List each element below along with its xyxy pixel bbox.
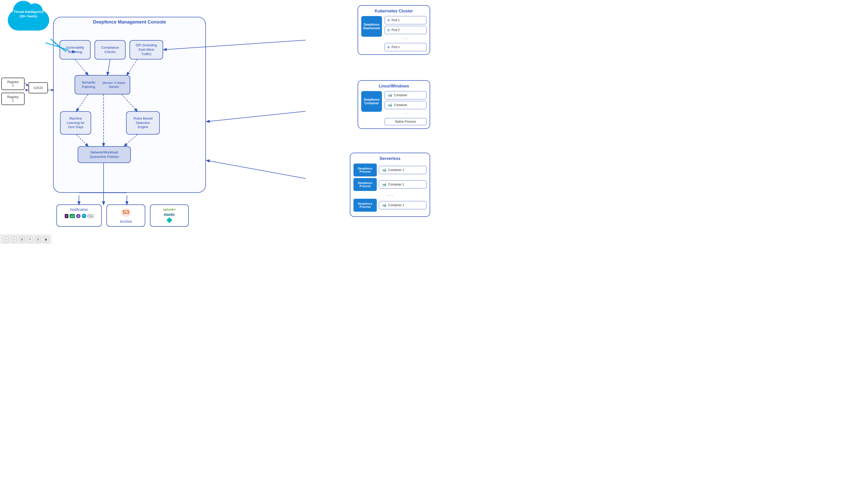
serverless-dots: · · · (353, 193, 427, 198)
native-process-box: Native Process (384, 118, 427, 125)
splunk-label: splunk> (163, 207, 176, 212)
container-list: 🐋 Container 🐋 Container · · · Native Pro… (384, 91, 427, 125)
k8s-pod1-icon: ⎈ (388, 18, 390, 23)
k8s-podn-icon: ⎈ (388, 45, 390, 50)
elastic-label: elastic (164, 213, 175, 217)
console-title: Deepfence Management Console (72, 20, 186, 25)
s3-icon: S3 (121, 207, 131, 218)
elastic-diamond-icon (166, 217, 173, 223)
registry-2: Registry 2 (1, 93, 25, 105)
docker-icon-1: 🐋 (388, 93, 392, 98)
container-2: 🐋 Container (384, 101, 427, 109)
s3-archive-box: S3 Archive (106, 204, 145, 227)
pod-n: ⎈ Pod n (384, 43, 427, 51)
serverless-container-2-label: Container 1 (388, 183, 404, 186)
deepfence-container-btn: DeepfenceContainer (361, 91, 382, 112)
send-icon: ✈ (82, 214, 86, 218)
notification-label: Notification (61, 207, 98, 212)
docker-serverless-icon-3: 🐋 (382, 203, 386, 207)
pod-list: ⎈ Pod 1 ⎈ Pod 2 · · · ⎈ Pod n (384, 16, 427, 51)
svg-line-20 (207, 160, 306, 178)
nav-edit-button[interactable]: ✎ (27, 237, 33, 242)
dpi-box: DPI (IncludingEast-WestTraffic) (129, 40, 163, 60)
deepfence-process-2: DeepfenceProcess (353, 178, 377, 191)
registry-1: Registry 1 (1, 77, 25, 90)
slack-icon: # (65, 214, 68, 218)
pd-icon: pd (70, 214, 75, 218)
threat-intelligence-cloud: Threat Intelligence(50+ feeds) (3, 5, 54, 36)
serverless-container-2: 🐋 Container 1 (379, 181, 427, 189)
nav-back-button[interactable]: < (3, 237, 9, 242)
pod-2: ⎈ Pod 2 (384, 26, 427, 34)
linux-inner: DeepfenceContainer 🐋 Container 🐋 Contain… (361, 91, 427, 125)
docker-icon-2: 🐋 (388, 103, 392, 107)
serverless-container-3: 🐋 Container 1 (379, 201, 427, 209)
pod-1: ⎈ Pod 1 (384, 16, 427, 24)
vulnerability-scanning-box: VulnerabilityScanning (60, 40, 91, 60)
nav-minus-button[interactable]: ⊟ (35, 237, 41, 242)
linux-title: Linux/Windows (361, 84, 427, 89)
serverless-title: Serverless (353, 156, 427, 161)
k8s-pod2-icon: ⎈ (388, 28, 390, 32)
k8s-dots: · · · (384, 36, 427, 41)
archive-label: Archive (120, 220, 132, 224)
a-icon: A (76, 214, 81, 218)
semantic-patching-box: Semantic Patching(Monitor 71 Attack Sign… (74, 75, 130, 94)
container-1: 🐋 Container (384, 91, 427, 99)
nav-screen-button[interactable]: ▣ (43, 237, 49, 242)
serverless-cluster: Serverless DeepfenceProcess 🐋 Container … (350, 153, 430, 217)
docker-serverless-icon-2: 🐋 (382, 182, 386, 187)
serverless-row-2: DeepfenceProcess 🐋 Container 1 (353, 178, 427, 191)
serverless-container-1-label: Container 1 (388, 168, 404, 172)
cloud-label: Threat Intelligence(50+ feeds) (3, 10, 54, 19)
serverless-row-1: DeepfenceProcess 🐋 Container 1 (353, 164, 427, 176)
k8s-title: Kubernetes Cluster (361, 9, 427, 13)
nav-grid-button[interactable]: ⊞ (19, 237, 25, 242)
linux-dots: · · · (384, 111, 427, 117)
notification-icons: # pd A ✈ http (61, 214, 98, 218)
serverless-container-3-label: Container 1 (388, 203, 404, 207)
cicd-box: CI/CD (29, 82, 48, 93)
kubernetes-cluster: Kubernetes Cluster DeepfenceDaemonset ⎈ … (358, 5, 430, 55)
k8s-inner: DeepfenceDaemonset ⎈ Pod 1 ⎈ Pod 2 · · ·… (361, 16, 427, 51)
rules-detection-box: Rules BasedDetectionEngine (126, 111, 160, 135)
linux-windows-cluster: Linux/Windows DeepfenceContainer 🐋 Conta… (358, 80, 430, 129)
notification-box: Notification # pd A ✈ http (57, 204, 102, 227)
splunk-elastic-box: splunk> elastic (150, 204, 189, 227)
deepfence-daemonset: DeepfenceDaemonset (361, 16, 382, 37)
docker-serverless-icon-1: 🐋 (382, 168, 386, 172)
registry-container: Registry 1 Registry 2 (1, 77, 25, 105)
bottom-nav-bar: < > ⊞ ✎ ⊟ ▣ (0, 235, 52, 244)
container-2-label: Container (394, 103, 407, 107)
http-icon: http (88, 214, 93, 218)
notification-section: Notification # pd A ✈ http (57, 204, 189, 227)
svg-text:S3: S3 (122, 209, 129, 215)
container-1-label: Container (394, 93, 407, 97)
serverless-container-1: 🐋 Container 1 (379, 166, 427, 174)
diagram: Threat Intelligence(50+ feeds) Registry … (0, 0, 434, 244)
compliance-checks-box: ComplianceChecks (95, 40, 126, 60)
deepfence-process-3: DeepfenceProcess (353, 199, 377, 212)
pod-1-label: Pod 1 (392, 19, 400, 22)
quarantine-policies-box: Network/WorkloadQuarantine Policies (78, 146, 131, 163)
svg-line-19 (207, 111, 306, 122)
pod-n-label: Pod n (392, 45, 400, 49)
serverless-row-3: DeepfenceProcess 🐋 Container 1 (353, 199, 427, 212)
deepfence-process-1: DeepfenceProcess (353, 164, 377, 176)
svg-line-4 (25, 83, 28, 86)
pod-2-label: Pod 2 (392, 28, 400, 32)
nav-forward-button[interactable]: > (11, 237, 17, 242)
ml-zero-days-box: MachineLearning forZero Days (60, 111, 91, 135)
